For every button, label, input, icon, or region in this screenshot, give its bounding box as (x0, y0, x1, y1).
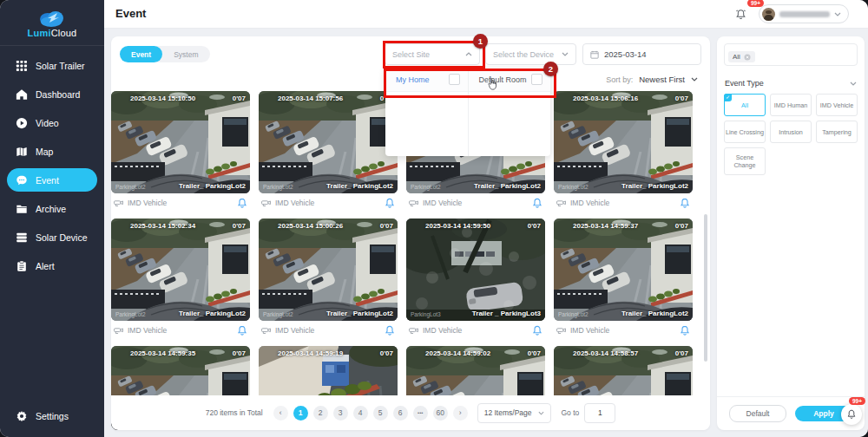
alarm-toggle-icon[interactable] (385, 325, 395, 336)
header-alarm-button[interactable] (734, 8, 747, 21)
date-picker[interactable]: 2025-03-14 (582, 43, 701, 65)
event-system-tabs: Event System (120, 46, 210, 62)
event-thumbnail[interactable]: 2025-03-14 15:00:26 0'07 ParkingLot2 Tra… (259, 218, 398, 321)
event-thumbnail[interactable]: 2025-03-14 15:10:50 0'07 ParkingLot2 Tra… (111, 91, 250, 193)
sidebar-item-event[interactable]: Event (7, 168, 97, 192)
camera-watermark: ParkingLot2 (558, 311, 589, 317)
alarm-toggle-icon[interactable] (680, 325, 690, 336)
camera-name-label: Trailer_ ParkingLot2 (326, 182, 393, 190)
device-select[interactable]: Select the Device (485, 43, 576, 65)
chevron-down-icon[interactable] (691, 77, 698, 82)
event-type-imd-vehicle[interactable]: IMD Vehicle (816, 94, 858, 116)
gear-icon (15, 409, 28, 422)
sidebar-item-archive[interactable]: Archive (0, 194, 104, 223)
notification-count-badge: 99+ (747, 0, 764, 7)
event-timestamp: 2025-03-14 14:59:35 (130, 349, 195, 357)
sidebar-item-alert[interactable]: Alert (0, 251, 104, 280)
prev-page-button[interactable]: ‹ (273, 406, 288, 421)
event-type-label: IMD Vehicle (275, 326, 314, 335)
device-icon (15, 231, 28, 244)
event-thumbnail[interactable]: 2025-03-14 14:59:50 0'07 ParkingLot3 Tra… (406, 218, 545, 321)
sidebar-item-settings[interactable]: Settings (0, 401, 104, 430)
event-timestamp: 2025-03-14 14:59:02 (425, 349, 490, 357)
sidebar: LumiCloud Solar TrailerDashboardVideoMap… (0, 0, 104, 437)
alarm-toggle-icon[interactable] (385, 198, 395, 209)
event-card-footer: IMD Vehicle (406, 193, 545, 212)
pagination-total: 720 items in Total (206, 408, 263, 417)
sidebar-item-solar-trailer[interactable]: Solar Trailer (0, 51, 104, 80)
clip-duration: 0'07 (233, 349, 246, 357)
sidebar-item-label: Archive (36, 204, 66, 214)
sidebar-item-video[interactable]: Video (0, 108, 104, 137)
event-thumbnail[interactable]: 2025-03-14 15:06:16 0'07 ParkingLot2 Tra… (554, 91, 693, 193)
event-type-all[interactable]: All✓ (724, 94, 766, 116)
sort-value[interactable]: Newest First (639, 75, 685, 84)
event-card-footer: IMD Vehicle (259, 193, 398, 212)
page-button-5[interactable]: 5 (373, 406, 388, 421)
camera-name-label: Trailer_ ParkingLot2 (474, 182, 541, 190)
chevron-down-icon (562, 52, 569, 56)
archive-icon (15, 202, 28, 215)
annotation-step-2: 2 (543, 62, 558, 76)
event-card[interactable]: 2025-03-14 15:06:16 0'07 ParkingLot2 Tra… (554, 91, 693, 212)
user-account-menu[interactable]: 99+ (759, 4, 849, 23)
last-page-button[interactable]: 60 (433, 406, 448, 421)
hand-cursor-icon (486, 77, 498, 91)
event-type-imd-human[interactable]: IMD Human (770, 94, 812, 116)
event-type-scene-change[interactable]: Scene Change (724, 147, 766, 175)
event-card[interactable]: 2025-03-14 15:02:34 0'07 ParkingLot2 Tra… (111, 218, 250, 340)
event-type-tampering[interactable]: Tampering (816, 121, 858, 143)
sidebar-item-label: Map (36, 147, 53, 157)
event-type-title: Event Type (725, 79, 764, 88)
event-card[interactable]: 2025-03-14 14:59:50 0'07 ParkingLot3 Tra… (406, 218, 545, 340)
map-icon (15, 145, 28, 158)
default-button[interactable]: Default (729, 405, 786, 422)
camera-name-label: Trailer_ ParkingLot2 (326, 310, 393, 317)
sidebar-item-map[interactable]: Map (0, 137, 104, 166)
active-filters-box: All (724, 43, 858, 66)
page-button-2[interactable]: 2 (313, 406, 328, 421)
chevron-down-icon (834, 12, 841, 16)
tab-event[interactable]: Event (120, 46, 162, 62)
camera-name-label: Trailer_ ParkingLot2 (179, 310, 246, 317)
app-window: LumiCloud Solar TrailerDashboardVideoMap… (0, 0, 868, 437)
event-timestamp: 2025-03-14 14:59:37 (573, 222, 638, 230)
event-card[interactable]: 2025-03-14 15:10:50 0'07 ParkingLot2 Tra… (111, 91, 250, 212)
camera-icon (114, 327, 123, 335)
goto-page-input[interactable] (584, 403, 615, 423)
tab-system[interactable]: System (162, 46, 209, 62)
pagination-ellipsis[interactable]: ••• (413, 406, 428, 421)
remove-chip-icon[interactable] (744, 54, 751, 61)
page-button-6[interactable]: 6 (393, 406, 408, 421)
page-size-select[interactable]: 12 Items/Page (477, 403, 551, 423)
alarm-toggle-icon[interactable] (532, 325, 542, 336)
scrollbar-thumb[interactable] (704, 214, 707, 362)
event-card[interactable]: 2025-03-14 15:00:26 0'07 ParkingLot2 Tra… (259, 218, 398, 340)
floating-alarm-button[interactable]: 99+ (841, 404, 862, 425)
alarm-toggle-icon[interactable] (680, 198, 690, 209)
camera-watermark: ParkingLot2 (115, 184, 146, 190)
page-button-3[interactable]: 3 (333, 406, 348, 421)
event-card[interactable]: 2025-03-14 15:07:56 0'07 ParkingLot2 Tra… (259, 91, 398, 212)
home-icon (15, 88, 28, 101)
filter-panel: All Event Type All✓IMD HumanIMD VehicleL… (717, 36, 865, 430)
alarm-toggle-icon[interactable] (237, 198, 247, 209)
event-card[interactable]: 2025-03-14 14:59:37 0'07 ParkingLot2 Tra… (554, 218, 693, 340)
alarm-toggle-icon[interactable] (532, 198, 542, 209)
next-page-button[interactable]: › (453, 406, 468, 421)
event-thumbnail[interactable]: 2025-03-14 14:59:37 0'07 ParkingLot2 Tra… (554, 218, 693, 321)
camera-watermark: ParkingLot2 (115, 311, 146, 317)
event-thumbnail[interactable]: 2025-03-14 15:02:34 0'07 ParkingLot2 Tra… (111, 218, 250, 321)
alarm-toggle-icon[interactable] (237, 325, 247, 336)
camera-name-label: Trailer_ ParkingLot2 (179, 182, 246, 190)
sidebar-item-dashboard[interactable]: Dashboard (0, 80, 104, 108)
event-type-header[interactable]: Event Type (725, 79, 857, 88)
page-button-4[interactable]: 4 (353, 406, 368, 421)
event-thumbnail[interactable]: 2025-03-14 15:07:56 0'07 ParkingLot2 Tra… (259, 91, 398, 193)
sort-label: Sort by: (606, 75, 633, 84)
event-type-intrusion[interactable]: Intrusion (770, 121, 812, 143)
page-button-1[interactable]: 1 (293, 406, 308, 421)
sidebar-item-solar-device[interactable]: Solar Device (0, 223, 104, 251)
sidebar-item-label: Video (36, 118, 59, 128)
event-type-line-crossing[interactable]: Line Crossing (724, 121, 766, 143)
